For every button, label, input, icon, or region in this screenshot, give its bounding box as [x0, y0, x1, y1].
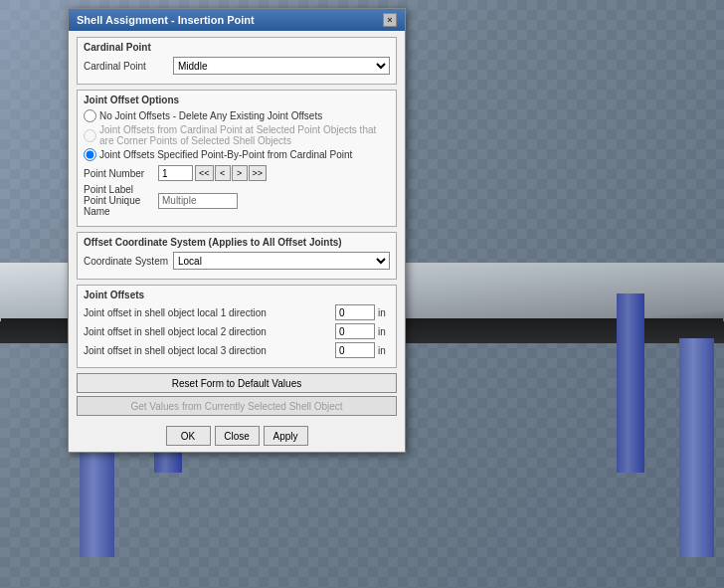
shell-assignment-dialog: Shell Assignment - Insertion Point × Car…	[68, 8, 406, 453]
offset-local3-input[interactable]	[335, 342, 375, 358]
offset-coordinate-section: Offset Coordinate System (Applies to All…	[77, 232, 397, 280]
radio-specified[interactable]	[84, 148, 96, 161]
cardinal-point-label: Cardinal Point	[84, 61, 173, 72]
nav-last-button[interactable]: >>	[249, 165, 268, 181]
point-number-row: Point Number << < > >>	[84, 165, 390, 181]
reset-button[interactable]: Reset Form to Default Values	[77, 373, 397, 393]
cardinal-point-section: Cardinal Point Cardinal Point Middle	[77, 37, 397, 85]
offset-local1-input[interactable]	[335, 304, 375, 320]
coordinate-system-select[interactable]: Local	[173, 252, 390, 270]
apply-button[interactable]: Apply	[264, 426, 308, 446]
dialog-titlebar: Shell Assignment - Insertion Point ×	[69, 9, 405, 31]
nav-next-button[interactable]: >	[232, 165, 248, 181]
close-dialog-button[interactable]: Close	[215, 426, 260, 446]
joint-offsets-label: Joint Offsets	[84, 290, 390, 300]
radio-specified-row: Joint Offsets Specified Point-By-Point f…	[84, 148, 390, 161]
point-number-input[interactable]	[158, 165, 193, 181]
radio-cardinal-point	[84, 129, 96, 142]
radio-no-joint-offsets-row: No Joint Offsets - Delete Any Existing J…	[84, 109, 390, 122]
radio-no-joint-offsets[interactable]	[84, 109, 96, 122]
offset-local1-label: Joint offset in shell object local 1 dir…	[84, 307, 335, 318]
nav-first-button[interactable]: <<	[195, 165, 214, 181]
coordinate-system-row: Coordinate System Local	[84, 252, 390, 270]
joint-offset-options-label: Joint Offset Options	[84, 95, 390, 105]
point-number-label: Point Number	[84, 168, 158, 179]
point-label-text: Point Label Point Unique Name	[84, 184, 158, 217]
offset-local3-row: Joint offset in shell object local 3 dir…	[84, 342, 390, 358]
point-unique-name-input[interactable]	[158, 193, 238, 209]
nav-prev-button[interactable]: <	[215, 165, 231, 181]
action-buttons-row: OK Close Apply	[77, 426, 397, 446]
radio-specified-label: Joint Offsets Specified Point-By-Point f…	[99, 149, 352, 160]
dialog-body: Cardinal Point Cardinal Point Middle Joi…	[69, 31, 405, 452]
point-label-row: Point Label Point Unique Name	[84, 184, 390, 217]
table-leg-front-right	[679, 338, 714, 557]
radio-cardinal-point-row: Joint Offsets from Cardinal Point at Sel…	[84, 124, 390, 146]
offset-local2-unit: in	[378, 326, 390, 337]
offset-local3-unit: in	[378, 345, 390, 356]
offset-coordinate-label: Offset Coordinate System (Applies to All…	[84, 237, 390, 248]
offset-local2-label: Joint offset in shell object local 2 dir…	[84, 326, 335, 337]
cardinal-point-section-label: Cardinal Point	[84, 42, 390, 53]
offset-local1-unit: in	[378, 307, 390, 318]
joint-offset-options-section: Joint Offset Options No Joint Offsets - …	[77, 90, 397, 227]
coordinate-system-label: Coordinate System	[84, 256, 173, 267]
offset-local1-row: Joint offset in shell object local 1 dir…	[84, 304, 390, 320]
close-button[interactable]: ×	[383, 13, 397, 27]
table-leg-back-right	[617, 294, 644, 473]
dialog-title: Shell Assignment - Insertion Point	[77, 14, 255, 26]
radio-cardinal-point-label: Joint Offsets from Cardinal Point at Sel…	[99, 124, 390, 146]
offset-local2-row: Joint offset in shell object local 2 dir…	[84, 323, 390, 339]
offset-local3-label: Joint offset in shell object local 3 dir…	[84, 345, 335, 356]
ok-button[interactable]: OK	[166, 426, 211, 446]
radio-no-joint-offsets-label: No Joint Offsets - Delete Any Existing J…	[99, 110, 322, 121]
cardinal-point-row: Cardinal Point Middle	[84, 57, 390, 75]
get-values-button: Get Values from Currently Selected Shell…	[77, 396, 397, 416]
cardinal-point-select[interactable]: Middle	[173, 57, 390, 75]
offset-local2-input[interactable]	[335, 323, 375, 339]
joint-offsets-section: Joint Offsets Joint offset in shell obje…	[77, 285, 397, 368]
